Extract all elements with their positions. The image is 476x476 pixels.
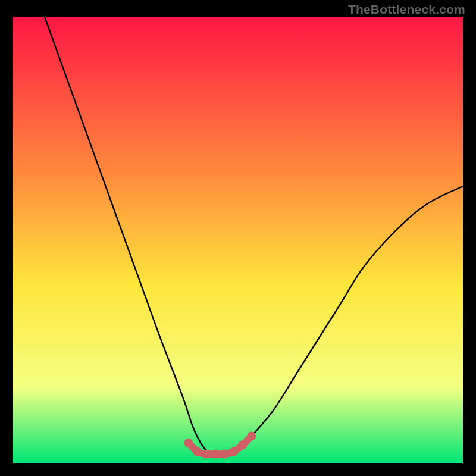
- marker-dot: [184, 439, 193, 447]
- marker-dot: [247, 432, 256, 441]
- chart-frame: TheBottleneck.com: [0, 0, 476, 476]
- chart-svg: [13, 17, 463, 463]
- marker-dot: [193, 447, 202, 456]
- marker-dot: [220, 450, 229, 459]
- marker-dot: [238, 441, 247, 450]
- marker-dot: [211, 450, 220, 459]
- watermark-text: TheBottleneck.com: [348, 2, 465, 17]
- marker-dot: [229, 447, 238, 456]
- marker-dot: [202, 450, 211, 459]
- chart-plot: [13, 17, 463, 463]
- gradient-background: [13, 17, 463, 463]
